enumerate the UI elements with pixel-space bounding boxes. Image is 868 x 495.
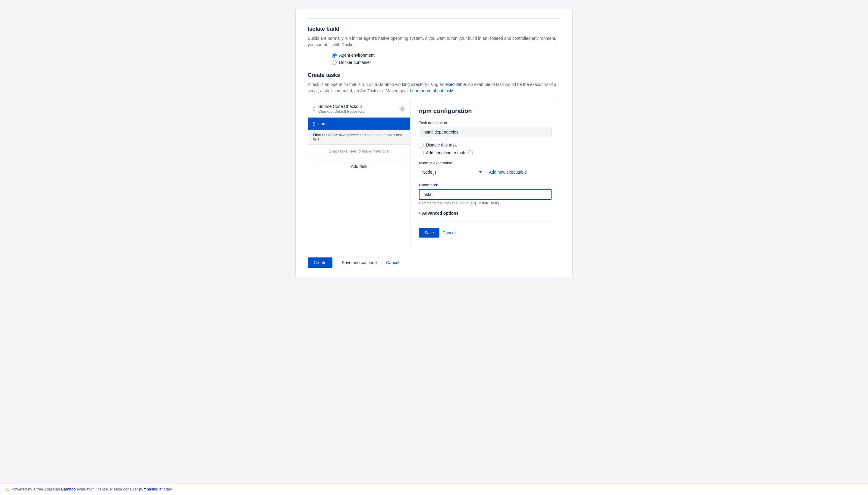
config-divider [419,222,552,222]
task-sub-source: Checkout Default Repository [318,109,399,114]
task-name-npm: npm [318,121,405,126]
drag-handle-npm [313,122,315,126]
help-icon[interactable]: ? [468,150,473,155]
drag-handle-source [313,107,315,111]
task-description-input[interactable] [419,127,552,137]
desc-period: . [454,88,455,93]
page-wrapper: Isolate build Builds are normally run in… [0,0,868,495]
final-tasks-header: Final tasks Are always executed even if … [308,130,410,145]
config-action-btns: Save Cancel [419,228,552,238]
agent-env-option[interactable]: Agent environment [332,53,560,57]
node-executable-group: Node.js executable* Node.js Add new exec… [419,161,552,177]
task-item-text-source: Source Code Checkout Checkout Default Re… [318,104,399,114]
npm-config-title: npm configuration [419,108,552,115]
agent-env-radio[interactable] [332,53,337,57]
top-divider [308,18,560,19]
main-card: Isolate build Builds are normally run in… [295,9,573,277]
create-tasks-desc: A task is an operation that is run on a … [308,81,560,94]
task-item-npm[interactable]: npm [308,118,410,130]
advanced-options-toggle[interactable]: › Advanced options [419,211,458,216]
bottom-actions: Create Save and continue Cancel [308,252,560,268]
final-tasks-bold: Final tasks [313,133,331,137]
add-new-executable-link[interactable]: Add new executable [489,170,527,174]
tasks-left-panel: Source Code Checkout Checkout Default Re… [308,100,411,245]
add-task-button[interactable]: Add task [313,161,405,171]
command-input[interactable] [419,189,552,200]
disable-task-label: Disable this task [426,142,457,148]
agent-env-label: Agent environment [339,53,375,57]
command-label: Command* [419,183,552,187]
add-condition-label: Add condition to task [426,150,465,155]
npm-config-panel: npm configuration Task description Disab… [411,100,560,245]
purchasing-link[interactable]: purchasing it [139,487,161,491]
task-description-group: Task description [419,121,552,137]
save-button[interactable]: Save [419,228,439,238]
isolate-build-title: Isolate build [308,26,560,32]
learn-more-link[interactable]: Learn more about tasks [410,88,454,93]
disable-task-checkbox[interactable] [419,143,423,148]
config-cancel-link[interactable]: Cancel [442,230,456,235]
disable-task-checkbox-label[interactable]: Disable this task [419,142,552,148]
main-content: Isolate build Builds are normally run in… [289,0,579,495]
required-star-node: * [452,161,454,165]
drag-placeholder: Drag tasks here to make them final [308,145,410,158]
warning-icon: ⚠ [5,486,9,492]
executable-link[interactable]: executable [446,82,466,87]
task-item-text-npm: npm [318,121,405,126]
create-tasks-section: Create tasks A task is an operation that… [308,72,560,268]
task-name-source: Source Code Checkout [318,104,399,109]
node-executable-label: Node.js executable* [419,161,552,165]
node-executable-row: Node.js Add new executable [419,167,552,177]
docker-container-option[interactable]: Docker container [332,60,560,65]
node-executable-select[interactable]: Node.js [419,167,485,177]
docker-container-radio[interactable] [332,60,337,65]
isolate-build-section: Isolate build Builds are normally run in… [308,26,560,65]
footer-text: Powered by a free Atlassian Bamboo evalu… [12,487,173,491]
isolate-build-desc: Builds are normally run in the agent's n… [308,35,560,48]
add-condition-checkbox-label[interactable]: Add condition to task ? [419,150,552,155]
bottom-cancel-link[interactable]: Cancel [386,260,399,265]
task-description-label: Task description [419,121,552,125]
task-close-source[interactable]: ✕ [399,106,405,112]
create-tasks-title: Create tasks [308,72,560,79]
command-hint: Command that npm should run (e.g. 'insta… [419,201,552,205]
save-continue-button[interactable]: Save and continue [336,257,382,268]
task-item-source-code-checkout[interactable]: Source Code Checkout Checkout Default Re… [308,100,410,118]
docker-container-label: Docker container [339,60,371,65]
command-group: Command* Command that npm should run (e.… [419,183,552,205]
run-job-radio-group: Agent environment Docker container [308,53,560,65]
footer-warning: ⚠ Powered by a free Atlassian Bamboo eva… [0,483,868,495]
chevron-icon: › [419,211,420,215]
create-button[interactable]: Create [308,257,332,268]
desc-text-start: A task is an operation that is run on a … [308,82,446,87]
required-star-cmd: * [437,183,438,187]
tasks-layout: Source Code Checkout Checkout Default Re… [308,100,560,245]
checkbox-group: Disable this task Add condition to task … [419,142,552,155]
bamboo-link[interactable]: Bamboo [61,487,76,491]
add-condition-checkbox[interactable] [419,151,423,155]
advanced-options-label: Advanced options [422,211,458,216]
